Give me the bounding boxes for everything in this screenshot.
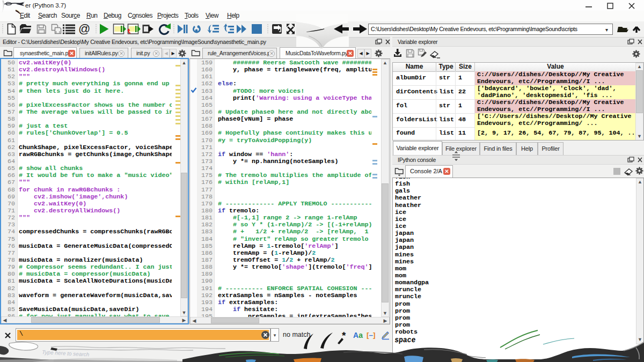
svg-text:Type here to search: Type here to search: [42, 349, 90, 358]
